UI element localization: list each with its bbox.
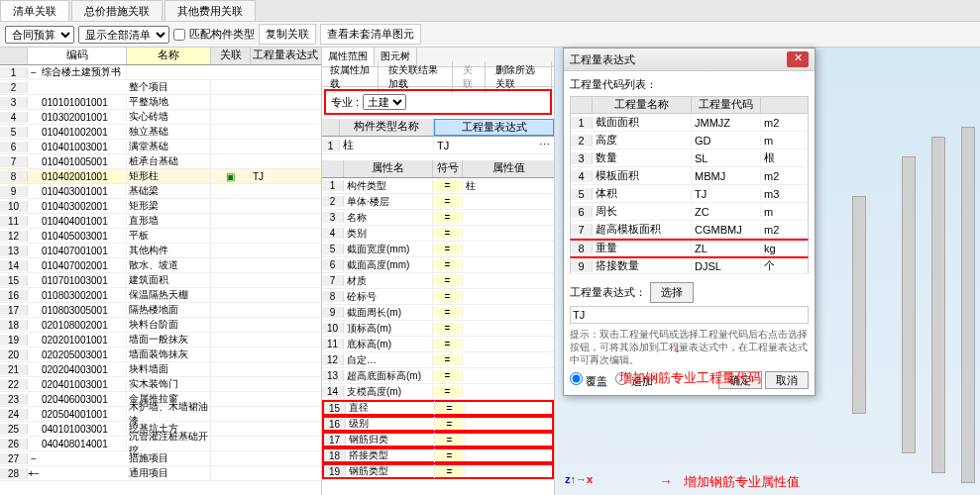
list-row[interactable]: 8010402001001矩形柱▣TJ <box>0 169 321 184</box>
qty-row[interactable]: 7超高模板面积CGMBMJm2 <box>570 221 809 239</box>
col-relation[interactable]: 关联 <box>211 48 251 64</box>
property-panel: 属性范围 图元树 按属性加载 按关联结果加载 关联 删除所选关联 专业 : 土建… <box>322 48 555 495</box>
component-row[interactable]: 1 柱 TJ ⋯ <box>322 137 554 154</box>
arrow-icon: ↓ <box>674 340 681 355</box>
property-row[interactable]: 15直径= <box>322 400 554 416</box>
qty-row[interactable]: 4模板面积MBMJm2 <box>570 167 809 185</box>
list-row[interactable]: 17010803005001隔热楼地面 <box>0 303 321 318</box>
property-row[interactable]: 18搭接类型= <box>322 447 554 463</box>
property-row[interactable]: 13超高底面标高(m)= <box>322 368 554 384</box>
property-row[interactable]: 8砼标号= <box>322 289 554 305</box>
load-by-result[interactable]: 按关联结果加载 <box>382 61 453 93</box>
cover-radio[interactable]: 覆盖 <box>570 372 607 389</box>
property-row[interactable]: 6截面高度(mm)= <box>322 257 554 273</box>
property-row[interactable]: 3名称= <box>322 210 554 226</box>
item-list-header: 编码 名称 关联 工程量表达式 <box>0 48 321 65</box>
col-prop-val: 属性值 <box>463 160 554 177</box>
list-row[interactable]: 24020504001001木护墙、木墙裙油漆 <box>0 407 321 422</box>
property-row[interactable]: 9截面周长(m)= <box>322 305 554 321</box>
list-row[interactable]: 16010803002001保温隔热天棚 <box>0 288 321 303</box>
list-row[interactable]: 26040408014001沉管灌注桩基础开挖 <box>0 437 321 451</box>
qty-expr-dialog: 工程量表达式 ✕ 工程量代码列表： 工程量名称 工程量代码 1截面面积JMMJZ… <box>563 48 816 396</box>
qty-row[interactable]: 8重量ZLkg <box>570 239 809 256</box>
viewport-3d[interactable]: z↑→x 工程量表达式 ✕ 工程量代码列表： 工程量名称 工程量代码 1截面面积… <box>555 48 980 495</box>
property-row[interactable]: 14支模高度(m)= <box>322 384 554 400</box>
copy-button[interactable]: 复制关联 <box>259 24 316 45</box>
discipline-label: 专业 : <box>331 95 359 110</box>
list-row[interactable]: 14010407002001散水、坡道 <box>0 258 321 273</box>
list-row[interactable]: 7010401005001桩承台基础 <box>0 154 321 169</box>
property-row[interactable]: 10顶标高(m)= <box>322 321 554 337</box>
qty-row[interactable]: 3数量SL根 <box>570 149 809 167</box>
property-row[interactable]: 12自定…= <box>322 352 554 368</box>
qty-row[interactable]: 6周长ZCm <box>570 203 809 221</box>
select-button[interactable]: 选择 <box>650 282 694 303</box>
list-row[interactable]: 1−综合楼土建预算书 <box>0 65 321 80</box>
tab-list-relation[interactable]: 清单关联 <box>0 0 69 21</box>
list-row[interactable]: 3010101001001平整场地 <box>0 95 321 110</box>
show-select[interactable]: 显示全部清单 <box>78 26 169 44</box>
list-row[interactable]: 5010401002001独立基础 <box>0 125 321 140</box>
tab-total-price[interactable]: 总价措施关联 <box>71 0 163 21</box>
property-row[interactable]: 16级别= <box>322 416 554 432</box>
hint-text: 提示：双击工程量代码或选择工程量代码后右点击选择按钮，可将其添加到工程量表达式中… <box>570 328 809 366</box>
property-row[interactable]: 11底标高(m)= <box>322 337 554 352</box>
main-tabs: 清单关联 总价措施关联 其他费用关联 <box>0 0 980 22</box>
col-expr[interactable]: 工程量表达式 <box>251 48 320 64</box>
list-row[interactable]: 20020205003001墙面装饰抹灰 <box>0 347 321 362</box>
more-icon[interactable]: ⋯ <box>539 139 554 151</box>
list-row[interactable]: 4010302001001实心砖墙 <box>0 110 321 125</box>
list-row[interactable]: 6010401003001满堂基础 <box>0 140 321 154</box>
property-row[interactable]: 17钢筋归类= <box>322 432 554 447</box>
qty-row[interactable]: 9搭接数量DJSL个 <box>570 256 809 274</box>
col-code[interactable]: 编码 <box>28 48 127 64</box>
property-row[interactable]: 1构件类型=柱 <box>322 178 554 194</box>
comp-row-num: 1 <box>322 140 340 151</box>
property-row[interactable]: 19钢筋类型= <box>322 463 554 479</box>
delete-relation[interactable]: 删除所选关联 <box>490 61 552 93</box>
dialog-titlebar: 工程量表达式 ✕ <box>564 49 815 71</box>
list-row[interactable]: 21020204003001块料墙面 <box>0 362 321 377</box>
load-by-prop[interactable]: 按属性加载 <box>324 61 379 93</box>
list-row[interactable]: 2整个项目 <box>0 80 321 95</box>
list-row[interactable]: 28+−通用项目 <box>0 466 321 481</box>
list-row[interactable]: 11010404001001直形墙 <box>0 214 321 229</box>
qty-row[interactable]: 1截面面积JMMJZm2 <box>570 114 809 132</box>
discipline-select[interactable]: 土建 <box>363 94 406 110</box>
match-checkbox[interactable] <box>173 29 185 41</box>
property-row[interactable]: 4类别= <box>322 226 554 242</box>
qty-row[interactable]: 2高度GDm <box>570 132 809 149</box>
list-row[interactable]: 12010405003001平板 <box>0 229 321 244</box>
qty-header: 工程量名称 工程量代码 <box>570 96 809 114</box>
property-row[interactable]: 2单体·楼层= <box>322 194 554 210</box>
item-list-rows[interactable]: 1−综合楼土建预算书2整个项目3010101001001平整场地40103020… <box>0 65 321 491</box>
budget-select[interactable]: 合同预算 <box>5 26 74 44</box>
property-rows[interactable]: 1构件类型=柱2单体·楼层=3名称=4类别=5截面宽度(mm)=6截面高度(mm… <box>322 178 554 495</box>
list-row[interactable]: 27−措施项目 <box>0 451 321 466</box>
arrow-icon: → <box>659 473 673 489</box>
cancel-button[interactable]: 取消 <box>765 371 809 389</box>
list-row[interactable]: 22020401003001实木装饰门 <box>0 377 321 392</box>
expr-input[interactable] <box>570 306 809 324</box>
list-row[interactable]: 19020201001001墙面一般抹灰 <box>0 333 321 347</box>
discipline-row: 专业 : 土建 <box>324 89 552 115</box>
list-row[interactable]: 10010403002001矩形梁 <box>0 199 321 214</box>
view-button[interactable]: 查看未套清单图元 <box>320 24 421 45</box>
list-row[interactable]: 18020108002001块料台阶面 <box>0 318 321 333</box>
col-comp-name: 构件类型名称 <box>340 119 434 136</box>
col-name[interactable]: 名称 <box>127 48 211 64</box>
property-row[interactable]: 7材质= <box>322 273 554 289</box>
list-row[interactable]: 15010701003001建筑面积 <box>0 273 321 288</box>
qty-rows[interactable]: 1截面面积JMMJZm22高度GDm3数量SL根4模板面积MBMJm25体积TJ… <box>570 114 809 274</box>
close-icon[interactable]: ✕ <box>787 51 809 67</box>
tab-other-fee[interactable]: 其他费用关联 <box>164 0 256 21</box>
relate-btn[interactable]: 关联 <box>457 61 487 93</box>
list-row[interactable]: 13010407001001其他构件 <box>0 244 321 258</box>
col-qty-name: 工程量名称 <box>593 97 692 113</box>
qty-row[interactable]: 5体积TJm3 <box>570 185 809 203</box>
list-row[interactable]: 9010403001001基础梁 <box>0 184 321 199</box>
property-row[interactable]: 5截面宽度(mm)= <box>322 242 554 257</box>
expr-label: 工程量表达式： <box>570 285 646 300</box>
col-comp-expr: 工程量表达式 <box>434 119 554 136</box>
comp-row-expr: TJ <box>434 140 539 151</box>
